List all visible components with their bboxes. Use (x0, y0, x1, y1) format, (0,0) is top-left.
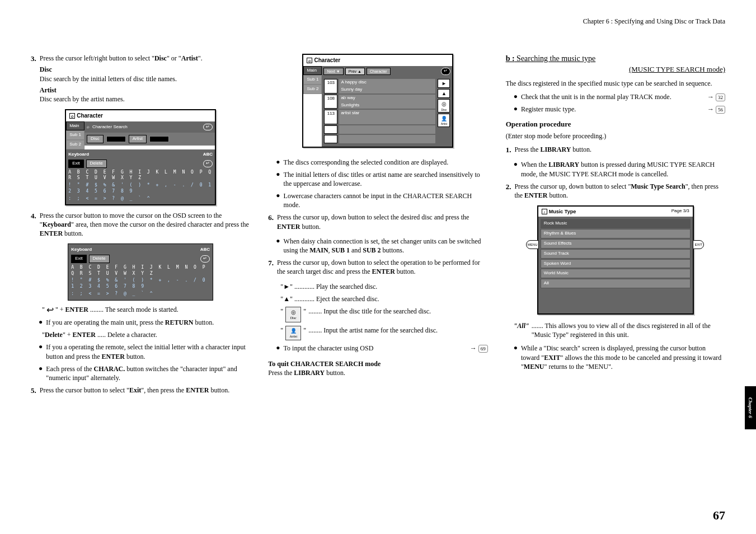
panel-icon: ⌕ (69, 113, 75, 119)
c2-b3: Lowercase characters cannot be input in … (284, 191, 488, 209)
mt-item-world[interactable]: World Music (541, 269, 691, 278)
search-row: ⌕ Character Search ↵ (84, 121, 215, 133)
disc-num: 108 (324, 95, 337, 109)
mt-item-rhythm[interactable]: Rhythm & Blues (541, 229, 691, 238)
q: " (280, 326, 283, 335)
character-button[interactable]: Character (367, 68, 391, 75)
delete-line: "Delete" + ENTER ..... Delete a characte… (42, 330, 250, 339)
enter-icon[interactable]: ↵ (203, 160, 213, 167)
artist-field[interactable] (149, 136, 169, 142)
kb-row-symbols2[interactable]: : ; < = > ? @ _ ` ^ (68, 196, 213, 202)
check-1: Check that the unit is in the normal pla… (521, 92, 672, 101)
s4b: " area, then move the cursor on the desi… (71, 221, 249, 228)
q: " (303, 326, 306, 335)
mt-item-rock[interactable]: Rock Music (541, 219, 691, 228)
disc-button[interactable]: Disc (87, 135, 104, 143)
quit-library: LIBRARY (294, 369, 325, 377)
exit-button[interactable]: Exit (68, 160, 83, 168)
s5e: button. (209, 386, 230, 394)
result-row[interactable]: 113artist star (324, 110, 435, 124)
result-row[interactable]: 108ab waySunlights (324, 95, 435, 109)
le: " returns to the "MENU". (544, 363, 612, 371)
results-topbar: Next ▼ Prev ▲ Character ↵ (322, 66, 452, 77)
delete-button[interactable]: Delete (86, 160, 107, 168)
disc-num (324, 125, 337, 134)
prev-button[interactable]: Prev ▲ (345, 68, 365, 75)
s2a: Press the cursor up, down button to sele… (514, 182, 631, 190)
disc-sub (339, 117, 435, 124)
page-ref-56: 56 (716, 106, 725, 114)
s6-enter: ENTER (277, 223, 300, 231)
disc-title: artist star (339, 110, 435, 117)
artist-button[interactable]: Artist (129, 135, 147, 143)
keyboard-panel-2: KeyboardABC Exit Delete ↵ A B C D E F G … (68, 243, 213, 301)
result-row-empty (324, 135, 435, 143)
bullet-dot: ● (514, 92, 518, 101)
exit-tab[interactable]: EXIT (693, 240, 703, 249)
s4c: button. (63, 229, 83, 237)
enter-icon[interactable]: ↵ (441, 68, 450, 75)
c2-b2: The initial letters of disc titles or ar… (284, 170, 488, 188)
disc-input-icon[interactable]: ◎Disc (438, 99, 450, 113)
mt-item-all[interactable]: All (541, 279, 691, 288)
q: " (303, 307, 306, 316)
disc-line: ........ Input the disc title for the se… (308, 307, 431, 316)
results-body: 103A happy discSunny day 108ab waySunlig… (322, 77, 452, 146)
step-3-artist: Artist (181, 54, 198, 62)
menu-tab[interactable]: MENU (526, 240, 539, 249)
s5-enter: ENTER (186, 386, 209, 394)
b-title: Searching the music type (515, 54, 596, 63)
b4g: buttons. (381, 246, 404, 254)
tab-sub1[interactable]: Sub 1 (303, 75, 322, 85)
kb-row-symbols1[interactable]: ! " # $ % & ' ( ) * + , - . / 0 1 2 3 4 … (68, 182, 213, 195)
op-s2-num: 2. (506, 182, 511, 200)
disc-num: 103 (324, 79, 337, 93)
empty (339, 125, 435, 134)
step-3-text: Press the cursor left/right button to se… (40, 54, 154, 62)
dl-delete: Delete (45, 331, 63, 339)
kb2-exit[interactable]: Exit (71, 255, 86, 263)
next-button[interactable]: Next ▼ (323, 68, 343, 75)
el-q2: " + (54, 306, 65, 313)
disc-field[interactable] (106, 136, 126, 142)
enter-icon[interactable]: ↵ (200, 255, 210, 263)
tab-main[interactable]: Main (303, 66, 322, 76)
artist-input-icon[interactable]: 👤Artist (438, 114, 450, 127)
b2c: button. (125, 353, 145, 360)
mt-item-sfx[interactable]: Sound Effects (541, 239, 691, 249)
kb-row-letters[interactable]: A B C D E F G H I J K L M N O P Q R S T … (68, 170, 213, 182)
check-2: Register music type. (521, 105, 576, 114)
step-7-number: 7. (268, 258, 274, 276)
op-s1-num: 1. (506, 145, 511, 155)
step-4: 4. Press the cursor button to move the c… (31, 211, 250, 238)
eject-icon[interactable]: ▲ (438, 89, 450, 98)
tab-sub1[interactable]: Sub 1 (66, 130, 84, 140)
disc-sub: Sunlights (339, 102, 435, 109)
content-columns: 3. Press the cursor left/right button to… (31, 54, 725, 401)
play-icon[interactable]: ► (438, 79, 450, 88)
artist-heading: Artist (40, 86, 251, 95)
tab-sub2[interactable]: Sub 2 (303, 85, 322, 94)
keyboard-panel: KeyboardABC Exit Delete ↵ A B C D E F G … (66, 149, 215, 204)
disc-title: ab way (339, 95, 435, 102)
kb2-row2[interactable]: ! " # $ % & ' ( ) * + , - . / 0 1 2 3 4 … (71, 278, 210, 290)
s5a: Press the cursor button to select " (40, 386, 129, 394)
tab-main[interactable]: Main (66, 121, 84, 131)
play-line: "►" ............ Play the searched disc. (280, 282, 487, 291)
b4-main: MAIN (309, 246, 328, 254)
result-row[interactable]: 103A happy discSunny day (324, 79, 435, 93)
b2a: If you a operating the remote, select th… (46, 343, 246, 360)
dl-q2: " + (63, 331, 73, 339)
kb2-row1[interactable]: A B C D E F G H I J K L M N O P Q R S T … (71, 265, 210, 277)
kb2-delete[interactable]: Delete (89, 255, 110, 263)
mt-item-spoken[interactable]: Spoken Word (541, 259, 691, 269)
mt-item-soundtrack[interactable]: Sound Track (541, 249, 691, 259)
results-tabs: Main Sub 1 Sub 2 (303, 66, 322, 147)
l-exit: EXIT (544, 354, 560, 362)
s2-enter: ENTER (524, 191, 547, 199)
enter-icon[interactable]: ↵ (203, 124, 213, 131)
disc-sub: Sunny day (339, 86, 435, 93)
tab-sub2[interactable]: Sub 2 (66, 140, 84, 149)
kb2-row3[interactable]: : ; < = > ? @ _ ` ^ (71, 291, 210, 297)
s6c: button. (300, 223, 321, 231)
